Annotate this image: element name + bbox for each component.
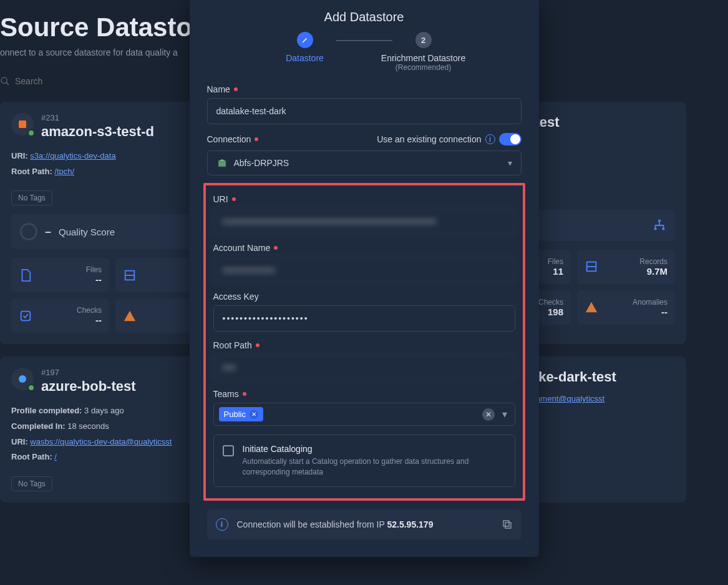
- connection-value: Abfs-DRPJRS: [234, 158, 289, 168]
- svg-rect-15: [503, 521, 509, 526]
- stepper: Datastore 2 Enrichment Datastore (Recomm…: [207, 32, 522, 72]
- modal-title: Add Datastore: [207, 0, 522, 32]
- add-datastore-modal: Add Datastore Datastore 2 Enrichment Dat…: [190, 0, 539, 557]
- teams-label: Teams: [213, 389, 239, 399]
- info-icon: i: [216, 518, 228, 531]
- existing-label: Use an existing connection: [377, 134, 481, 144]
- copy-icon[interactable]: [502, 519, 513, 530]
- chevron-down-icon: ▾: [508, 158, 512, 168]
- chevron-down-icon: ▾: [502, 408, 507, 420]
- teams-select[interactable]: Public ✕ ✕ ▾: [213, 403, 515, 426]
- access-key-input[interactable]: [213, 305, 515, 332]
- account-input[interactable]: [213, 257, 515, 283]
- ip-prefix: Connection will be established from IP: [237, 519, 387, 529]
- root-label: Root Path: [213, 340, 252, 350]
- connection-label: Connection: [207, 134, 251, 144]
- catalog-option[interactable]: Initiate Cataloging Automatically start …: [213, 435, 515, 487]
- uri-label: URI: [213, 194, 228, 204]
- name-input[interactable]: [207, 98, 522, 124]
- required-dot: [234, 87, 238, 91]
- step-number: 2: [415, 32, 432, 48]
- clear-icon[interactable]: ✕: [482, 408, 495, 421]
- ip-info-bar: i Connection will be established from IP…: [207, 509, 522, 539]
- connection-select[interactable]: Abfs-DRPJRS ▾: [207, 150, 522, 175]
- info-icon[interactable]: i: [485, 134, 495, 144]
- pencil-icon: [297, 32, 313, 48]
- catalog-desc: Automatically start a Catalog operation …: [243, 456, 506, 478]
- name-label: Name: [207, 84, 230, 94]
- existing-connection-toggle[interactable]: [499, 133, 522, 145]
- required-dot: [256, 343, 260, 347]
- required-dot: [243, 392, 246, 396]
- ip-value: 52.5.95.179: [387, 519, 433, 529]
- access-label: Access Key: [213, 292, 259, 302]
- step-datastore[interactable]: Datastore: [249, 32, 361, 63]
- highlighted-zone: URI Account Name Access Key Root Path Te…: [203, 183, 525, 501]
- account-label: Account Name: [213, 243, 271, 253]
- svg-rect-13: [218, 161, 226, 167]
- catalog-title: Initiate Cataloging: [243, 444, 506, 454]
- box-icon: [216, 157, 228, 169]
- required-dot: [274, 246, 278, 250]
- svg-rect-14: [505, 523, 511, 528]
- uri-input[interactable]: [213, 208, 515, 234]
- team-chip: Public ✕: [219, 407, 263, 421]
- root-path-input[interactable]: [213, 354, 515, 380]
- required-dot: [232, 197, 236, 201]
- step-enrichment[interactable]: 2 Enrichment Datastore (Recommended): [367, 32, 480, 72]
- catalog-checkbox[interactable]: [223, 445, 234, 456]
- remove-chip-icon[interactable]: ✕: [250, 410, 258, 419]
- required-dot: [255, 137, 258, 141]
